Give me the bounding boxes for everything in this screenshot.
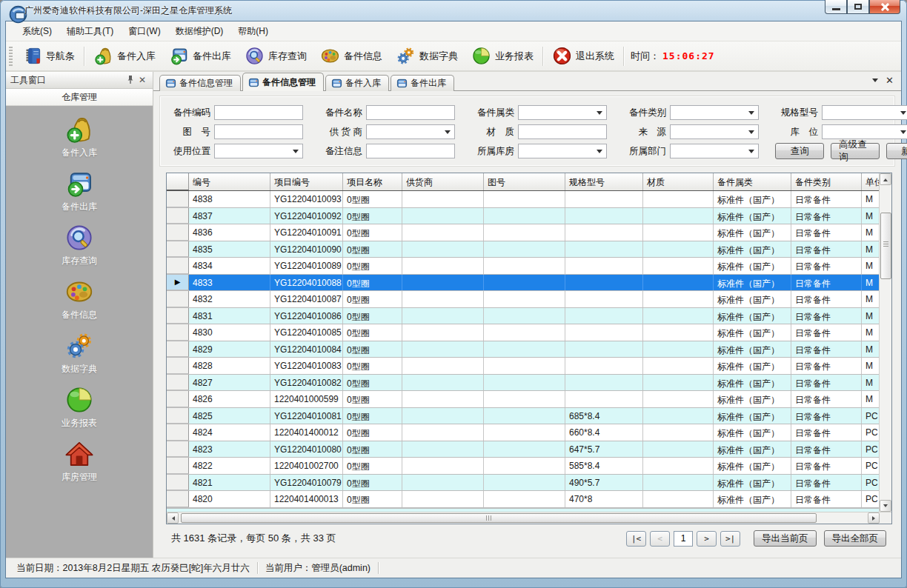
- row-selector[interactable]: [167, 258, 189, 274]
- menu-item[interactable]: 帮助(H): [230, 22, 276, 41]
- table-row[interactable]: 4837YG122040100920型圈标准件（国产）日常备件M: [167, 208, 879, 225]
- scroll-right-button[interactable]: [868, 512, 880, 524]
- row-selector[interactable]: [167, 324, 189, 341]
- first-page-button[interactable]: |<: [626, 531, 646, 547]
- tab-3[interactable]: 备件出库: [391, 75, 454, 91]
- part-type-select[interactable]: [670, 105, 759, 120]
- row-selector[interactable]: [167, 441, 189, 458]
- row-selector[interactable]: [167, 475, 189, 491]
- new-button[interactable]: 新建: [886, 143, 907, 159]
- table-row[interactable]: 482612204010005990型圈标准件（国产）日常备件M: [167, 391, 879, 408]
- row-selector[interactable]: [167, 191, 189, 207]
- row-selector[interactable]: [167, 308, 189, 324]
- sidebar-item-pie-report[interactable]: 业务报表: [62, 385, 97, 430]
- source-select[interactable]: [670, 124, 759, 139]
- spec-model-select[interactable]: [822, 105, 907, 120]
- sidebar-item-house[interactable]: 库房管理: [62, 439, 97, 484]
- toolbar-button-notebook[interactable]: 导航条: [16, 44, 82, 68]
- bin-location-select[interactable]: [822, 124, 907, 139]
- row-selector[interactable]: [167, 424, 189, 441]
- toolbar-button-search-stock[interactable]: 库存查询: [238, 44, 313, 68]
- remark-input[interactable]: [366, 144, 455, 158]
- table-row[interactable]: 4823YG122040100800型圈647*5.7标准件（国产）日常备件PC: [167, 441, 879, 458]
- part-name-input[interactable]: [366, 105, 455, 120]
- department-select[interactable]: [670, 144, 759, 158]
- sidebar-item-palette[interactable]: 备件信息: [62, 277, 97, 321]
- row-selector[interactable]: [167, 491, 189, 507]
- column-header-draw_no[interactable]: 图号: [484, 173, 565, 190]
- row-selector[interactable]: [167, 291, 189, 307]
- column-header-proj_no[interactable]: 项目编号: [270, 173, 343, 190]
- toolbar-button-pie-report[interactable]: 业务报表: [465, 44, 540, 68]
- table-row[interactable]: 4831YG122040100860型圈标准件（国产）日常备件M: [167, 308, 879, 325]
- column-header-type[interactable]: 备件类别: [791, 173, 862, 190]
- column-header-spec[interactable]: 规格型号: [565, 173, 643, 190]
- row-selector[interactable]: [167, 241, 189, 258]
- sidebar-item-window-out[interactable]: 备件出库: [62, 169, 97, 213]
- table-row[interactable]: 4834YG122040100890型圈标准件（国产）日常备件M: [167, 258, 879, 275]
- toolbar-button-bag-in[interactable]: 备件入库: [87, 44, 162, 68]
- row-selector[interactable]: [167, 224, 189, 241]
- table-row[interactable]: 482412204014000120型圈660*8.4标准件（国产）日常备件PC: [167, 424, 879, 441]
- warehouse-select[interactable]: [518, 144, 607, 158]
- horizontal-scrollbar[interactable]: [167, 512, 880, 524]
- export-all-pages-button[interactable]: 导出全部页: [824, 530, 887, 547]
- table-row[interactable]: 482212204010027000型圈585*8.4标准件（国产）日常备件PC: [167, 458, 879, 475]
- column-header-category[interactable]: 备件属类: [714, 173, 791, 190]
- prev-page-button[interactable]: <: [650, 531, 670, 547]
- part-code-input[interactable]: [214, 105, 303, 120]
- column-header-unit[interactable]: 单位: [862, 173, 879, 190]
- sidebar-close-icon[interactable]: ✕: [136, 74, 148, 86]
- close-button[interactable]: [869, 0, 900, 14]
- pin-icon[interactable]: [124, 74, 136, 86]
- horizontal-scroll-thumb[interactable]: [181, 513, 817, 523]
- row-selector[interactable]: [167, 208, 189, 224]
- drawing-no-input[interactable]: [214, 124, 303, 139]
- last-page-button[interactable]: >|: [720, 531, 740, 547]
- vertical-scrollbar[interactable]: [879, 173, 891, 512]
- menu-item[interactable]: 系统(S): [15, 22, 59, 41]
- row-selector[interactable]: [167, 341, 189, 358]
- next-page-button[interactable]: >: [697, 531, 717, 547]
- part-category-select[interactable]: [518, 105, 607, 120]
- menu-item[interactable]: 数据维护(D): [168, 22, 231, 41]
- toolbar-button-gears[interactable]: 数据字典: [389, 44, 465, 68]
- maximize-button[interactable]: [847, 0, 869, 14]
- row-selector[interactable]: [167, 375, 189, 391]
- table-row[interactable]: 4835YG122040100900型圈标准件（国产）日常备件M: [167, 241, 879, 258]
- sidebar-item-search-stock[interactable]: 库存查询: [62, 223, 97, 267]
- table-row[interactable]: 4830YG122040100850型圈标准件（国产）日常备件M: [167, 324, 879, 341]
- toolbar-button-window-out[interactable]: 备件出库: [162, 44, 238, 68]
- table-row[interactable]: 4838YG122040100930型圈标准件（国产）日常备件M: [167, 191, 879, 208]
- page-input[interactable]: [674, 531, 693, 547]
- row-selector[interactable]: [167, 458, 189, 474]
- tab-0[interactable]: 备件信息管理: [159, 75, 241, 91]
- minimize-button[interactable]: [825, 0, 847, 14]
- table-row[interactable]: 4829YG122040100840型圈标准件（国产）日常备件M: [167, 341, 879, 358]
- table-row[interactable]: 4828YG122040100830型圈标准件（国产）日常备件M: [167, 358, 879, 375]
- row-selector[interactable]: [167, 358, 189, 374]
- table-row[interactable]: 4821YG122040100790型圈490*5.7标准件（国产）日常备件PC: [167, 475, 879, 492]
- tab-close-icon[interactable]: ✕: [886, 75, 894, 86]
- menu-item[interactable]: 窗口(W): [121, 22, 167, 41]
- supplier-select[interactable]: [366, 124, 455, 139]
- row-selector[interactable]: [167, 391, 189, 407]
- usage-location-select[interactable]: [214, 144, 303, 158]
- material-input[interactable]: [518, 124, 607, 139]
- table-row[interactable]: 4836YG122040100910型圈标准件（国产）日常备件M: [167, 224, 879, 241]
- table-row[interactable]: 4825YG122040100810型圈685*8.4标准件（国产）日常备件PC: [167, 408, 879, 425]
- query-button[interactable]: 查询: [775, 143, 824, 159]
- toolbar-button-palette[interactable]: 备件信息: [313, 44, 389, 68]
- scroll-up-button[interactable]: [880, 173, 891, 185]
- tab-1-active[interactable]: 备件信息管理: [242, 73, 324, 91]
- tab-2[interactable]: 备件入库: [325, 75, 389, 91]
- column-header-material[interactable]: 材质: [643, 173, 714, 190]
- column-header-proj_name[interactable]: 项目名称: [343, 173, 402, 190]
- toolbar-button-exit[interactable]: 退出系统: [545, 44, 621, 68]
- column-header-supplier[interactable]: 供货商: [402, 173, 484, 190]
- export-current-page-button[interactable]: 导出当前页: [754, 530, 817, 547]
- sidebar-item-bag-in[interactable]: 备件入库: [62, 115, 97, 159]
- tab-list-dropdown-icon[interactable]: [872, 78, 878, 85]
- column-header-num[interactable]: 编号: [189, 173, 270, 190]
- table-row[interactable]: 482012204014000130型圈470*8标准件（国产）日常备件PC: [167, 491, 879, 508]
